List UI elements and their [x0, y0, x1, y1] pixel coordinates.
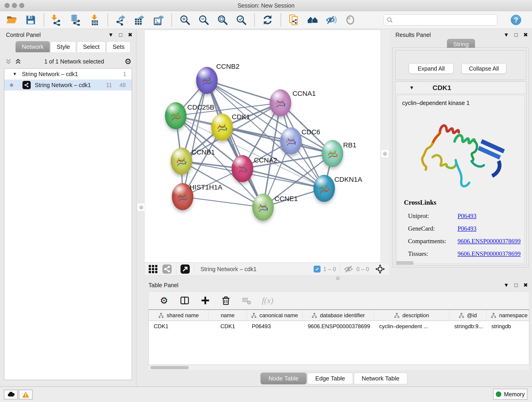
grid-view-icon[interactable]	[148, 264, 158, 274]
tab-style[interactable]: Style	[51, 41, 76, 52]
panel-close-icon[interactable]: ✖	[523, 282, 528, 288]
refresh-icon	[262, 14, 273, 26]
column-header-name[interactable]: name	[209, 310, 247, 321]
selected-checkbox-icon[interactable]	[314, 266, 321, 273]
show-all-button[interactable]	[344, 14, 356, 26]
table-horizontal-scrollbar[interactable]	[148, 365, 529, 370]
zoom-out-button[interactable]	[198, 14, 210, 26]
tab-sets[interactable]: Sets	[106, 41, 131, 52]
clone-network-button[interactable]	[288, 14, 300, 26]
panel-close-icon[interactable]: ✖	[128, 32, 133, 38]
network-node-cdc6[interactable]	[280, 128, 302, 154]
panel-close-icon[interactable]: ✖	[523, 32, 528, 38]
refresh-view-button[interactable]	[262, 14, 273, 26]
detach-view-icon[interactable]	[180, 264, 190, 274]
collapse-all-icon[interactable]	[5, 57, 12, 65]
zoom-in-button[interactable]	[179, 14, 191, 26]
panel-menu-icon[interactable]: ▼	[504, 32, 509, 38]
network-edge[interactable]	[207, 80, 280, 103]
right-splitter-handle[interactable]	[381, 149, 389, 158]
help-button[interactable]: ?	[510, 14, 522, 26]
results-mini-scrollbar[interactable]	[396, 261, 413, 264]
network-canvas[interactable]: CCNB2CCNA1CDC25BCDK1CDC6RB1CCNB1CCNA2CDK…	[144, 30, 381, 263]
houses-button[interactable]	[307, 14, 319, 26]
results-content-box: Expand All Collapse All ▼ CDK1 cyclin–de…	[393, 48, 529, 267]
network-node-ccna2[interactable]	[232, 155, 253, 182]
network-node-cdc25b[interactable]	[165, 102, 186, 129]
export-network-button[interactable]	[115, 14, 127, 26]
crosslink-link[interactable]: P06493	[457, 212, 476, 220]
network-edge[interactable]	[183, 80, 207, 197]
table-cell: P06493	[247, 321, 303, 332]
network-collection-row[interactable]: ▼ String Network – cdk1 1	[4, 69, 132, 80]
table-row[interactable]: CDK1CDK1P064939606.ENSP00000378699cyclin…	[149, 321, 529, 332]
network-options-gear-icon[interactable]: ⚙	[125, 57, 132, 65]
network-edge-count: 48	[119, 82, 126, 89]
cloud-status-button[interactable]	[4, 390, 18, 400]
panel-float-icon[interactable]: □	[119, 32, 122, 38]
section-collapse-icon[interactable]: ▼	[409, 85, 414, 91]
column-header-description[interactable]: description	[374, 310, 449, 321]
eye-slash-icon	[326, 14, 337, 26]
tab-node-table[interactable]: Node Table	[260, 373, 307, 384]
column-header-canonical-name[interactable]: canonical name	[247, 310, 303, 321]
zoom-selected-button[interactable]	[235, 14, 247, 26]
network-row-selected[interactable]: String Network – cdk1 11 48	[4, 80, 132, 90]
save-session-button[interactable]	[25, 14, 37, 26]
panel-menu-icon[interactable]: ▼	[108, 32, 114, 38]
tab-edge-table[interactable]: Edge Table	[307, 373, 353, 384]
crosslink-link[interactable]: P06493	[457, 225, 476, 232]
panel-float-icon[interactable]: □	[514, 282, 518, 288]
network-node-ccna1[interactable]	[270, 89, 291, 116]
crosslink-link[interactable]: 9606.ENSP00000378699	[457, 250, 520, 257]
network-node-ccnb1[interactable]	[171, 148, 192, 175]
column-header-label: namespace	[499, 312, 527, 319]
export-image-button[interactable]	[152, 14, 165, 26]
import-table-button[interactable]	[89, 14, 101, 26]
import-network-database-button[interactable]	[70, 14, 82, 26]
network-node-cdk1[interactable]	[211, 114, 233, 141]
collapse-all-button[interactable]: Collapse All	[462, 63, 506, 74]
tab-network[interactable]: Network	[16, 41, 50, 52]
warnings-button[interactable]	[19, 390, 32, 400]
tab-network-table[interactable]: Network Table	[354, 373, 407, 384]
panel-float-icon[interactable]: □	[514, 32, 518, 38]
column-header-database-identifier[interactable]: database identifier	[303, 310, 374, 321]
control-panel: Control Panel ▼ □ ✖ NetworkStyleSelectSe…	[0, 29, 136, 386]
panel-menu-icon[interactable]: ▼	[504, 282, 509, 288]
add-column-button[interactable]	[200, 295, 210, 306]
crosshair-icon[interactable]	[375, 264, 385, 274]
share-view-icon[interactable]	[162, 264, 172, 274]
column-header--id[interactable]: @id	[449, 310, 486, 321]
function-builder-button[interactable]: f(x)	[262, 295, 273, 306]
left-splitter-handle[interactable]	[137, 203, 145, 211]
network-edge[interactable]	[183, 197, 263, 207]
gene-section-header[interactable]: ▼ CDK1	[395, 82, 526, 94]
search-input[interactable]	[393, 15, 497, 25]
bottom-splitter-handle[interactable]	[334, 276, 342, 280]
column-header-namespace[interactable]: namespace	[486, 310, 529, 321]
zoom-fit-button[interactable]	[216, 14, 228, 26]
network-node-ccne1[interactable]	[252, 194, 274, 221]
import-network-file-button[interactable]	[51, 14, 63, 26]
expand-all-button[interactable]: Expand All	[409, 63, 454, 74]
table-settings-button[interactable]: ⚙	[159, 295, 169, 306]
crosslink-link[interactable]: 9606.ENSP00000378699	[457, 238, 520, 245]
tree-expand-icon[interactable]: ▼	[13, 71, 17, 77]
crosslink-link[interactable]: P06493	[457, 263, 476, 264]
footer-separator	[194, 264, 195, 274]
open-session-button[interactable]	[6, 14, 18, 26]
delete-table-button[interactable]	[241, 295, 252, 306]
protein-thumbnail-icon	[325, 145, 340, 162]
column-header-label: @id	[467, 312, 477, 319]
show-columns-button[interactable]	[179, 295, 190, 306]
column-header-shared-name[interactable]: shared name	[149, 310, 209, 321]
expand-all-icon[interactable]	[14, 57, 22, 65]
tab-select[interactable]: Select	[77, 41, 106, 52]
export-table-button[interactable]	[134, 14, 146, 26]
hide-selected-button[interactable]	[326, 14, 337, 26]
memory-button[interactable]: Memory	[493, 389, 527, 400]
network-node-cdkn1a[interactable]	[313, 175, 335, 202]
scrollbar-thumb[interactable]	[150, 366, 189, 369]
delete-column-button[interactable]	[221, 295, 231, 306]
